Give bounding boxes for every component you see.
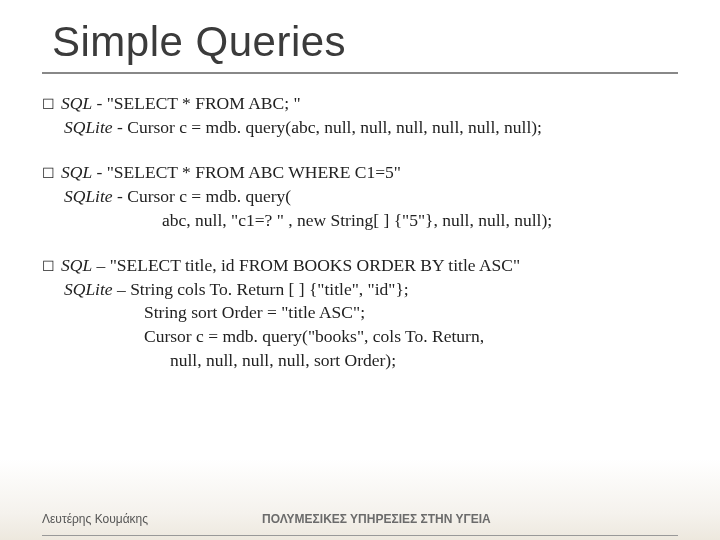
query-block-3: ☐ SQL – "SELECT title, id FROM BOOKS ORD… [42, 254, 678, 372]
line: SQLite - Cursor c = mdb. query( [42, 185, 678, 209]
line-text: SQL - "SELECT * FROM ABC WHERE C1=5" [61, 161, 401, 185]
line: ☐ SQL - "SELECT * FROM ABC WHERE C1=5" [42, 161, 678, 185]
slide-content: ☐ SQL - "SELECT * FROM ABC; " SQLite - C… [0, 74, 720, 372]
line: ☐ SQL - "SELECT * FROM ABC; " [42, 92, 678, 116]
bullet-icon: ☐ [42, 164, 55, 183]
bullet-icon: ☐ [42, 95, 55, 114]
line: ☐ SQL – "SELECT title, id FROM BOOKS ORD… [42, 254, 678, 278]
line: SQLite – String cols To. Return [ ] {"ti… [42, 278, 678, 302]
footer-author: Λευτέρης Κουμάκης [42, 512, 262, 526]
footer-course: ΠΟΛΥΜΕΣΙΚΕΣ ΥΠΗΡΕΣΙΕΣ ΣΤΗΝ ΥΓΕΙΑ [262, 512, 491, 526]
query-block-2: ☐ SQL - "SELECT * FROM ABC WHERE C1=5" S… [42, 161, 678, 232]
slide-title: Simple Queries [0, 0, 720, 66]
line: Cursor c = mdb. query("books", cols To. … [42, 325, 678, 349]
line: abc, null, "c1=? " , new String[ ] {"5"}… [42, 209, 678, 233]
footer: Λευτέρης Κουμάκης ΠΟΛΥΜΕΣΙΚΕΣ ΥΠΗΡΕΣΙΕΣ … [0, 512, 720, 526]
line: null, null, null, null, sort Order); [42, 349, 678, 373]
line: String sort Order = "title ASC"; [42, 301, 678, 325]
query-block-1: ☐ SQL - "SELECT * FROM ABC; " SQLite - C… [42, 92, 678, 139]
footer-underline [42, 535, 678, 537]
bullet-icon: ☐ [42, 257, 55, 276]
line-text: SQL - "SELECT * FROM ABC; " [61, 92, 301, 116]
line-text: SQL – "SELECT title, id FROM BOOKS ORDER… [61, 254, 520, 278]
line: SQLite - Cursor c = mdb. query(abc, null… [42, 116, 678, 140]
